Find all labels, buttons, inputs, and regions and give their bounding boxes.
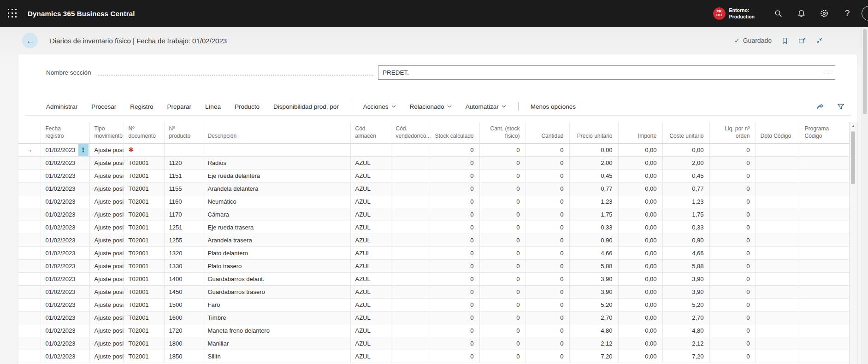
cell-stock-calculado[interactable]: 0: [428, 221, 479, 234]
cell-programa[interactable]: [800, 169, 850, 182]
section-name-input[interactable]: [378, 69, 835, 76]
menu-item-procesar[interactable]: Procesar: [91, 103, 116, 110]
cell-importe[interactable]: 0,00: [618, 234, 662, 247]
cell-almacen[interactable]: AZUL: [350, 195, 391, 208]
row-selector[interactable]: [18, 221, 41, 234]
cell-almacen[interactable]: [350, 143, 391, 156]
page-scrollbar-thumb[interactable]: [863, 29, 867, 114]
cell-liq-por-no-orden[interactable]: 0: [709, 234, 756, 247]
cell-descripcion[interactable]: Guardabarros delant.: [203, 272, 350, 285]
cell-cantidad[interactable]: 0: [526, 208, 569, 221]
table-row[interactable]: 01/02/2023Ajuste posi...T020011600Timbre…: [18, 311, 850, 324]
table-row[interactable]: 01/02/2023Ajuste posi...T020011400Guarda…: [18, 272, 850, 285]
row-selector[interactable]: [18, 311, 41, 324]
cell-precio-unitario[interactable]: 0,90: [569, 234, 618, 247]
cell-fecha[interactable]: 01/02/2023: [41, 324, 89, 337]
cell-cantidad[interactable]: 0: [526, 272, 569, 285]
settings-gear-icon[interactable]: [813, 0, 836, 27]
row-selector[interactable]: [18, 169, 41, 182]
cell-cantidad[interactable]: 0: [526, 156, 569, 169]
cell-almacen[interactable]: AZUL: [350, 324, 391, 337]
cell-producto[interactable]: 1155: [164, 182, 203, 195]
cell-cantidad[interactable]: 0: [526, 298, 569, 311]
cell-vendedor[interactable]: [391, 337, 428, 350]
cell-cantidad[interactable]: 0: [526, 221, 569, 234]
cell-cant-stock-fisico[interactable]: 0: [479, 208, 526, 221]
cell-almacen[interactable]: AZUL: [350, 156, 391, 169]
table-row[interactable]: 01/02/2023Ajuste posi...T020011330Plato …: [18, 259, 850, 272]
cell-precio-unitario[interactable]: 5,88: [569, 259, 618, 272]
cell-stock-calculado[interactable]: 0: [428, 350, 479, 363]
cell-cant-stock-fisico[interactable]: 0: [479, 259, 526, 272]
table-row[interactable]: 01/02/2023Ajuste posi...T020011120Radios…: [18, 156, 850, 169]
column-header-descripcion[interactable]: Descripción: [203, 122, 350, 143]
cell-precio-unitario[interactable]: 0,45: [569, 169, 618, 182]
cell-importe[interactable]: 0,00: [618, 156, 662, 169]
cell-coste-unitario[interactable]: 0,90: [662, 234, 709, 247]
cell-vendedor[interactable]: [391, 221, 428, 234]
cell-cantidad[interactable]: 0: [526, 324, 569, 337]
cell-coste-unitario[interactable]: 2,70: [662, 311, 709, 324]
cell-programa[interactable]: [800, 337, 850, 350]
cell-cantidad[interactable]: 0: [526, 247, 569, 259]
cell-dpto[interactable]: [756, 156, 800, 169]
cell-producto[interactable]: 1255: [164, 234, 203, 247]
cell-descripcion[interactable]: Sillín: [203, 350, 350, 363]
cell-coste-unitario[interactable]: 0,00: [662, 143, 709, 156]
cell-liq-por-no-orden[interactable]: 0: [709, 259, 756, 272]
cell-importe[interactable]: 0,00: [618, 169, 662, 182]
cell-cantidad[interactable]: 0: [526, 259, 569, 272]
row-selector[interactable]: [18, 350, 41, 363]
cell-tipo[interactable]: Ajuste posi...: [89, 182, 124, 195]
column-header-dpto[interactable]: Dpto Código: [756, 122, 800, 143]
cell-programa[interactable]: [800, 259, 850, 272]
cell-descripcion[interactable]: Plato trasero: [203, 259, 350, 272]
cell-cant-stock-fisico[interactable]: 0: [479, 156, 526, 169]
cell-vendedor[interactable]: [391, 285, 428, 298]
cell-importe[interactable]: 0,00: [618, 285, 662, 298]
cell-cant-stock-fisico[interactable]: 0: [479, 337, 526, 350]
cell-programa[interactable]: [800, 272, 850, 285]
cell-descripcion[interactable]: Eje rueda trasera: [203, 221, 350, 234]
cell-descripcion[interactable]: Arandela trasera: [203, 234, 350, 247]
column-header-importe[interactable]: Importe: [618, 122, 662, 143]
row-selector[interactable]: [18, 208, 41, 221]
cell-cant-stock-fisico[interactable]: 0: [479, 169, 526, 182]
cell-dpto[interactable]: [756, 247, 800, 259]
cell-cant-stock-fisico[interactable]: 0: [479, 298, 526, 311]
cell-fecha[interactable]: 01/02/2023: [41, 169, 89, 182]
cell-fecha[interactable]: 01/02/2023: [41, 208, 89, 221]
cell-dpto[interactable]: [756, 208, 800, 221]
cell-vendedor[interactable]: [391, 182, 428, 195]
page-scrollbar[interactable]: [862, 27, 868, 364]
cell-cantidad[interactable]: 0: [526, 182, 569, 195]
cell-cantidad[interactable]: 0: [526, 195, 569, 208]
cell-importe[interactable]: 0,00: [618, 350, 662, 363]
cell-importe[interactable]: 0,00: [618, 259, 662, 272]
cell-cantidad[interactable]: 0: [526, 234, 569, 247]
row-selector[interactable]: [18, 156, 41, 169]
cell-documento[interactable]: T02001: [124, 272, 164, 285]
cell-cant-stock-fisico[interactable]: 0: [479, 234, 526, 247]
cell-dpto[interactable]: [756, 298, 800, 311]
cell-vendedor[interactable]: [391, 272, 428, 285]
cell-stock-calculado[interactable]: 0: [428, 182, 479, 195]
cell-almacen[interactable]: AZUL: [350, 234, 391, 247]
cell-programa[interactable]: [800, 208, 850, 221]
cell-stock-calculado[interactable]: 0: [428, 298, 479, 311]
cell-importe[interactable]: 0,00: [618, 143, 662, 156]
cell-dpto[interactable]: [756, 143, 800, 156]
cell-programa[interactable]: [800, 247, 850, 259]
cell-producto[interactable]: 1120: [164, 156, 203, 169]
cell-cant-stock-fisico[interactable]: 0: [479, 195, 526, 208]
cell-fecha[interactable]: 01/02/2023: [41, 337, 89, 350]
cell-documento[interactable]: ✱: [124, 143, 164, 156]
cell-programa[interactable]: [800, 221, 850, 234]
cell-documento[interactable]: T02001: [124, 285, 164, 298]
row-selector[interactable]: [18, 195, 41, 208]
cell-liq-por-no-orden[interactable]: 0: [709, 285, 756, 298]
table-row[interactable]: 01/02/2023Ajuste posi...T020011155Arande…: [18, 182, 850, 195]
cell-dpto[interactable]: [756, 259, 800, 272]
cell-vendedor[interactable]: [391, 156, 428, 169]
cell-coste-unitario[interactable]: 4,66: [662, 247, 709, 259]
